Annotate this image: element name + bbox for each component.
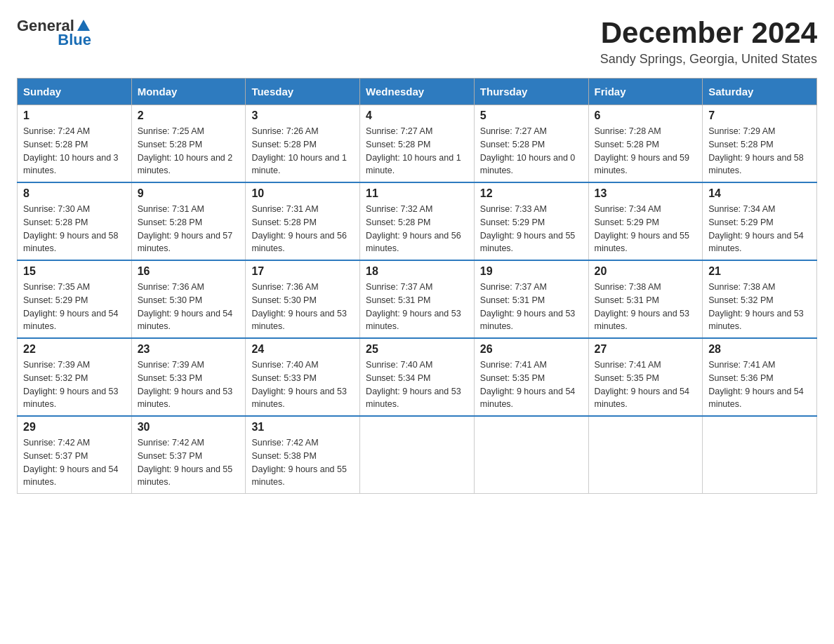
table-row: 8Sunrise: 7:30 AMSunset: 5:28 PMDaylight…: [18, 182, 132, 260]
day-number: 5: [480, 109, 583, 122]
day-number: 7: [708, 109, 811, 122]
location-subtitle: Sandy Springs, Georgia, United States: [600, 52, 817, 67]
table-row: [360, 416, 475, 494]
day-number: 28: [708, 343, 811, 356]
table-row: 14Sunrise: 7:34 AMSunset: 5:29 PMDayligh…: [703, 182, 817, 260]
table-row: 12Sunrise: 7:33 AMSunset: 5:29 PMDayligh…: [474, 182, 588, 260]
table-row: 18Sunrise: 7:37 AMSunset: 5:31 PMDayligh…: [360, 260, 475, 338]
day-info: Sunrise: 7:35 AMSunset: 5:29 PMDaylight:…: [23, 281, 126, 333]
day-info: Sunrise: 7:34 AMSunset: 5:29 PMDaylight:…: [595, 203, 697, 255]
day-number: 16: [138, 265, 240, 278]
day-info: Sunrise: 7:24 AMSunset: 5:28 PMDaylight:…: [23, 125, 126, 177]
day-info: Sunrise: 7:30 AMSunset: 5:28 PMDaylight:…: [23, 203, 126, 255]
day-info: Sunrise: 7:42 AMSunset: 5:37 PMDaylight:…: [138, 436, 240, 489]
table-row: 3Sunrise: 7:26 AMSunset: 5:28 PMDaylight…: [246, 105, 360, 183]
day-info: Sunrise: 7:29 AMSunset: 5:28 PMDaylight:…: [708, 125, 811, 177]
day-number: 2: [138, 109, 240, 122]
table-row: 6Sunrise: 7:28 AMSunset: 5:28 PMDaylight…: [588, 105, 703, 183]
table-row: [474, 416, 588, 494]
calendar-table: Sunday Monday Tuesday Wednesday Thursday…: [17, 78, 817, 494]
month-title: December 2024: [600, 17, 817, 49]
day-info: Sunrise: 7:42 AMSunset: 5:38 PMDaylight:…: [251, 436, 354, 489]
table-row: 21Sunrise: 7:38 AMSunset: 5:32 PMDayligh…: [703, 260, 817, 338]
page-header: General Blue December 2024 Sandy Springs…: [17, 17, 817, 67]
calendar-week-row: 22Sunrise: 7:39 AMSunset: 5:32 PMDayligh…: [18, 338, 817, 416]
day-info: Sunrise: 7:31 AMSunset: 5:28 PMDaylight:…: [138, 203, 240, 255]
day-number: 6: [595, 109, 697, 122]
table-row: 30Sunrise: 7:42 AMSunset: 5:37 PMDayligh…: [131, 416, 246, 494]
table-row: 23Sunrise: 7:39 AMSunset: 5:33 PMDayligh…: [131, 338, 246, 416]
day-number: 12: [480, 187, 583, 200]
col-saturday: Saturday: [703, 79, 817, 105]
day-number: 22: [23, 343, 126, 356]
col-tuesday: Tuesday: [246, 79, 360, 105]
day-info: Sunrise: 7:37 AMSunset: 5:31 PMDaylight:…: [480, 281, 583, 333]
day-number: 1: [23, 109, 126, 122]
logo-blue-text: Blue: [58, 31, 91, 49]
table-row: 29Sunrise: 7:42 AMSunset: 5:37 PMDayligh…: [18, 416, 132, 494]
col-monday: Monday: [131, 79, 246, 105]
table-row: 26Sunrise: 7:41 AMSunset: 5:35 PMDayligh…: [474, 338, 588, 416]
day-info: Sunrise: 7:25 AMSunset: 5:28 PMDaylight:…: [138, 125, 240, 177]
table-row: 15Sunrise: 7:35 AMSunset: 5:29 PMDayligh…: [18, 260, 132, 338]
title-area: December 2024 Sandy Springs, Georgia, Un…: [600, 17, 817, 67]
col-sunday: Sunday: [18, 79, 132, 105]
svg-marker-0: [77, 20, 90, 31]
day-number: 26: [480, 343, 583, 356]
day-number: 30: [138, 421, 240, 434]
day-number: 25: [366, 343, 468, 356]
day-info: Sunrise: 7:34 AMSunset: 5:29 PMDaylight:…: [708, 203, 811, 255]
day-number: 23: [138, 343, 240, 356]
day-number: 4: [366, 109, 468, 122]
day-number: 29: [23, 421, 126, 434]
table-row: 22Sunrise: 7:39 AMSunset: 5:32 PMDayligh…: [18, 338, 132, 416]
day-number: 3: [251, 109, 354, 122]
table-row: 24Sunrise: 7:40 AMSunset: 5:33 PMDayligh…: [246, 338, 360, 416]
day-info: Sunrise: 7:41 AMSunset: 5:36 PMDaylight:…: [708, 358, 811, 411]
col-wednesday: Wednesday: [360, 79, 475, 105]
day-number: 21: [708, 265, 811, 278]
table-row: 9Sunrise: 7:31 AMSunset: 5:28 PMDaylight…: [131, 182, 246, 260]
day-info: Sunrise: 7:36 AMSunset: 5:30 PMDaylight:…: [251, 281, 354, 333]
table-row: [703, 416, 817, 494]
day-info: Sunrise: 7:38 AMSunset: 5:32 PMDaylight:…: [708, 281, 811, 333]
day-info: Sunrise: 7:39 AMSunset: 5:32 PMDaylight:…: [23, 358, 126, 411]
day-info: Sunrise: 7:27 AMSunset: 5:28 PMDaylight:…: [480, 125, 583, 177]
day-info: Sunrise: 7:32 AMSunset: 5:28 PMDaylight:…: [366, 203, 468, 255]
day-number: 18: [366, 265, 468, 278]
day-info: Sunrise: 7:40 AMSunset: 5:34 PMDaylight:…: [366, 358, 468, 411]
col-thursday: Thursday: [474, 79, 588, 105]
day-info: Sunrise: 7:42 AMSunset: 5:37 PMDaylight:…: [23, 436, 126, 489]
day-number: 31: [251, 421, 354, 434]
table-row: 11Sunrise: 7:32 AMSunset: 5:28 PMDayligh…: [360, 182, 475, 260]
day-number: 17: [251, 265, 354, 278]
day-number: 19: [480, 265, 583, 278]
calendar-header-row: Sunday Monday Tuesday Wednesday Thursday…: [18, 79, 817, 105]
table-row: 16Sunrise: 7:36 AMSunset: 5:30 PMDayligh…: [131, 260, 246, 338]
logo: General Blue: [17, 17, 91, 49]
day-number: 13: [595, 187, 697, 200]
day-info: Sunrise: 7:33 AMSunset: 5:29 PMDaylight:…: [480, 203, 583, 255]
calendar-week-row: 15Sunrise: 7:35 AMSunset: 5:29 PMDayligh…: [18, 260, 817, 338]
day-number: 15: [23, 265, 126, 278]
day-info: Sunrise: 7:27 AMSunset: 5:28 PMDaylight:…: [366, 125, 468, 177]
table-row: 28Sunrise: 7:41 AMSunset: 5:36 PMDayligh…: [703, 338, 817, 416]
table-row: [588, 416, 703, 494]
day-info: Sunrise: 7:37 AMSunset: 5:31 PMDaylight:…: [366, 281, 468, 333]
day-number: 8: [23, 187, 126, 200]
day-info: Sunrise: 7:28 AMSunset: 5:28 PMDaylight:…: [595, 125, 697, 177]
day-info: Sunrise: 7:38 AMSunset: 5:31 PMDaylight:…: [595, 281, 697, 333]
table-row: 13Sunrise: 7:34 AMSunset: 5:29 PMDayligh…: [588, 182, 703, 260]
col-friday: Friday: [588, 79, 703, 105]
day-info: Sunrise: 7:41 AMSunset: 5:35 PMDaylight:…: [480, 358, 583, 411]
day-info: Sunrise: 7:31 AMSunset: 5:28 PMDaylight:…: [251, 203, 354, 255]
day-info: Sunrise: 7:26 AMSunset: 5:28 PMDaylight:…: [251, 125, 354, 177]
day-number: 9: [138, 187, 240, 200]
table-row: 17Sunrise: 7:36 AMSunset: 5:30 PMDayligh…: [246, 260, 360, 338]
table-row: 10Sunrise: 7:31 AMSunset: 5:28 PMDayligh…: [246, 182, 360, 260]
table-row: 27Sunrise: 7:41 AMSunset: 5:35 PMDayligh…: [588, 338, 703, 416]
day-info: Sunrise: 7:40 AMSunset: 5:33 PMDaylight:…: [251, 358, 354, 411]
table-row: 31Sunrise: 7:42 AMSunset: 5:38 PMDayligh…: [246, 416, 360, 494]
day-info: Sunrise: 7:41 AMSunset: 5:35 PMDaylight:…: [595, 358, 697, 411]
calendar-week-row: 1Sunrise: 7:24 AMSunset: 5:28 PMDaylight…: [18, 105, 817, 183]
